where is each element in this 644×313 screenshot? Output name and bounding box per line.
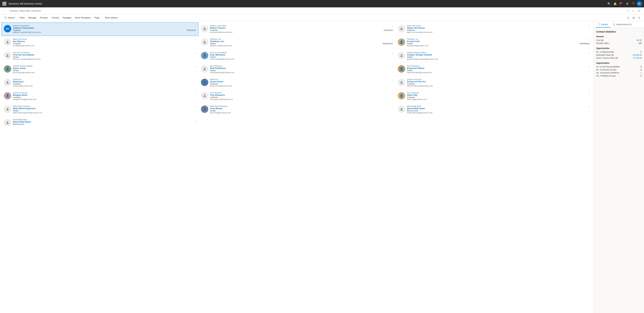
bookmark-button[interactable]: 📄 (625, 8, 630, 13)
contact-card[interactable]: Alpine Ski HouseIan DeberryCustomerian.d… (1, 36, 198, 49)
card-menu-button[interactable]: ⋮ (390, 38, 394, 42)
contact-card[interactable]: Graphic Design InstituteGraphic Design I… (395, 49, 592, 63)
contact-card[interactable]: RelecloudRelecloudCustomerrelecloud@cont… (1, 76, 198, 90)
contact-name[interactable]: Adatum Corporation (13, 27, 196, 29)
contact-name[interactable]: Evan McIntosh (210, 54, 393, 56)
search-button[interactable]: 🔍 (606, 1, 612, 6)
notification-button[interactable]: 🔔 (612, 1, 618, 6)
process-button[interactable]: Process (38, 15, 50, 20)
contact-card[interactable]: 👤RelecloudJesse HomerCustomerjesse.homer… (198, 76, 396, 90)
manage-button[interactable]: Manage (27, 15, 38, 20)
contact-name[interactable]: Relecloud (13, 80, 196, 83)
search-button[interactable]: 🔍 Search (3, 15, 16, 20)
card-menu-button[interactable]: ⋮ (193, 118, 197, 122)
contact-card[interactable]: Adatum CorporationRobert TownesCustomer1… (198, 22, 396, 36)
contact-name[interactable]: Wide World Importers (13, 107, 196, 110)
contact-name[interactable]: School of Fine Art (407, 80, 590, 83)
contact-card[interactable]: School of Fine ArtSchool of Fine ArtCust… (395, 76, 592, 90)
contact-card[interactable]: Trey ResearchTrey ResearchCustomertrey.r… (198, 90, 396, 103)
contact-card[interactable]: 👤Nod PublishersRaymond HillardVendorraym… (395, 63, 592, 76)
num-opp-value[interactable]: 3 (640, 51, 642, 53)
contact-name[interactable]: Robert Townes (210, 27, 393, 29)
contact-card[interactable]: World Wide BankWorld Wide BankBank Accou… (395, 103, 592, 116)
help-button[interactable]: ? (630, 1, 636, 6)
page-button[interactable]: Page (93, 15, 101, 20)
mailing-value[interactable]: 0 (640, 75, 642, 77)
filter-button[interactable]: ⊻ (626, 16, 630, 20)
new-button[interactable]: + New (17, 15, 26, 20)
contact-card[interactable]: 👤Wide World ImportersToby RhodeVendortob… (198, 103, 396, 116)
contact-name[interactable]: Bryce Jasso (13, 67, 196, 70)
card-menu-button[interactable]: ⋮ (193, 38, 197, 42)
contact-card[interactable]: World Wide BankWorld Wide BankBank Accou… (1, 116, 198, 130)
card-menu-button[interactable]: ⋮ (390, 64, 394, 68)
back-button[interactable]: ← (3, 8, 8, 13)
card-menu-button[interactable]: ⋮ (587, 51, 591, 55)
card-menu-button[interactable]: ⋮ (390, 51, 394, 55)
contact-card[interactable]: Fabrikam, Inc.Fabrikam, Inc.Vendor425555… (198, 36, 396, 49)
contact-card[interactable]: 👤School of Fine ArtMeagan BondCustomerme… (1, 90, 198, 103)
more-options-button[interactable]: More options (103, 15, 119, 20)
card-menu-button[interactable]: ⋮ (587, 38, 591, 42)
card-menu-button[interactable]: ⋮ (193, 105, 197, 109)
contact-card[interactable]: Wide World ImportersWide World Importers… (1, 103, 198, 116)
card-menu-button[interactable]: ⋮ (193, 64, 197, 68)
contact-card[interactable]: Nod PublishersNod PublishersVendornod.pu… (198, 63, 396, 76)
info-button[interactable]: ℹ (636, 16, 641, 20)
est-value-value[interactable]: 22,000.00 (633, 54, 642, 56)
view-button[interactable]: ⊞ (631, 16, 636, 20)
contact-card[interactable]: 👤Fabrikam, Inc.Krystal YorkVendor4255550… (395, 36, 592, 49)
contact-card[interactable]: 👤Graphic Design InstituteBryce JassoVend… (1, 63, 198, 76)
card-menu-button[interactable]: ⋮ (193, 24, 197, 28)
card-menu-button[interactable]: ⋮ (390, 105, 394, 109)
cost-value[interactable]: 66.00 (636, 39, 642, 42)
contact-name[interactable]: Jesse Homer (210, 80, 393, 83)
card-menu-button[interactable]: ⋮ (390, 78, 394, 82)
card-menu-button[interactable]: ⋮ (587, 105, 591, 109)
contact-name[interactable]: Toby Rhode (210, 107, 393, 110)
contact-card[interactable]: 👤First Up ConsultantsEvan McIntoshVendor… (198, 49, 396, 63)
word-templates-button[interactable]: Word Templates (74, 15, 92, 20)
contact-button[interactable]: Contact (50, 15, 61, 20)
contact-card[interactable]: First Up ConsultantsFirst Up Consultants… (1, 49, 198, 63)
collapse-button[interactable]: ✕ (636, 8, 641, 13)
card-menu-button[interactable]: ⋮ (390, 92, 394, 96)
flag-button[interactable]: 🚩 (618, 1, 624, 6)
open-window-button[interactable]: ⤢ (631, 8, 636, 13)
card-menu-button[interactable]: ⋮ (193, 78, 197, 82)
card-menu-button[interactable]: ⋮ (587, 78, 591, 82)
contact-name[interactable]: Graphic Design Institute (407, 54, 590, 56)
card-menu-button[interactable]: ⋮ (390, 24, 394, 28)
contact-name[interactable]: Fabrikam, Inc. (210, 40, 393, 42)
contact-name[interactable]: Helen Ray (407, 94, 590, 96)
calcd-value[interactable]: 17,100.00 (633, 57, 642, 59)
contact-name[interactable]: Alpine Ski House (407, 27, 590, 29)
card-menu-button[interactable]: ⋮ (193, 51, 197, 55)
card-menu-button[interactable]: ⋮ (587, 64, 591, 68)
contact-name[interactable]: Raymond Hillard (407, 67, 590, 70)
navigate-button[interactable]: Navigate (61, 15, 73, 20)
waffle-menu[interactable] (2, 1, 7, 6)
contact-card[interactable]: ACAdatum CorporationAdatum CorporationCu… (1, 22, 198, 36)
biz-rel-value[interactable]: 1 (640, 72, 642, 74)
contact-name[interactable]: Meagan Bond (13, 94, 196, 96)
duration-value[interactable]: 125 (638, 42, 642, 44)
contact-name[interactable]: World Wide Bank (407, 107, 590, 110)
job-resp-value[interactable]: 0 (640, 66, 642, 68)
industry-value[interactable]: 0 (640, 68, 642, 71)
contact-name[interactable]: Krystal York (407, 40, 590, 42)
user-avatar[interactable]: IK (636, 1, 642, 6)
contact-name[interactable]: World Wide Bank (13, 120, 196, 123)
contact-name[interactable]: Ian Deberry (13, 40, 196, 42)
contact-card[interactable]: Alpine Ski HouseAlpine Ski HouseCustomer… (395, 22, 592, 36)
tab-attachments[interactable]: 📎 Attachments (0) (610, 21, 634, 28)
card-menu-button[interactable]: ⋮ (193, 92, 197, 96)
contact-name[interactable]: Trey Research (210, 94, 393, 96)
contact-name[interactable]: First Up Consultants (13, 54, 196, 56)
contact-name[interactable]: Nod Publishers (210, 67, 393, 70)
settings-button[interactable]: ⚙ (624, 1, 630, 6)
card-menu-button[interactable]: ⋮ (587, 24, 591, 28)
tab-details[interactable]: ⓘ Details (596, 21, 610, 28)
card-menu-button[interactable]: ⋮ (587, 92, 591, 96)
contact-card[interactable]: 👤Trey ResearchHelen RayCustomerhelen.ray… (395, 90, 592, 103)
